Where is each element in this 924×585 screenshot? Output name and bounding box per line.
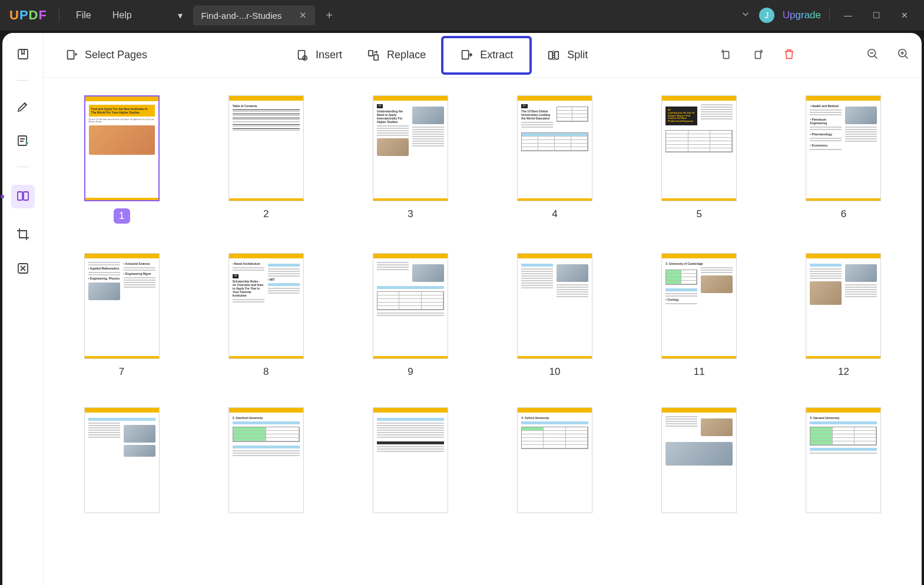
page2-title: Table of Contents (233, 104, 300, 108)
page-thumbnail[interactable] (67, 407, 176, 513)
delete-icon[interactable] (783, 48, 796, 63)
page-thumbnail[interactable]: 4. Oxford University (501, 407, 610, 513)
page-number: 8 (263, 366, 269, 378)
thumb-4: 02 The 10 Best Global Universities Leadi… (517, 95, 592, 201)
tab-dropdown-icon[interactable]: ▾ (172, 7, 188, 24)
toolbar-right (719, 48, 910, 63)
avatar[interactable]: J (759, 8, 774, 23)
split-label: Split (567, 49, 588, 61)
page-thumbnail[interactable]: • Applied Mathematics• Engineering, Phys… (67, 253, 176, 378)
page-thumbnail[interactable]: 10 (501, 253, 610, 378)
thumb-14: 3. Stanford University (228, 407, 304, 513)
page-thumbnail[interactable]: 03Looking Into the Top 10 Subject Majors… (645, 95, 754, 224)
insert-label: Insert (316, 49, 342, 61)
workspace: Select Pages Insert Replace Extract Spli… (0, 31, 924, 585)
svg-rect-14 (755, 51, 760, 58)
close-icon[interactable]: ✕ (299, 10, 307, 21)
svg-rect-13 (723, 51, 728, 58)
tab-title: Find-and-...r-Studies (201, 11, 282, 21)
page1-sub: Discover The Best Educational Institute … (89, 119, 155, 123)
page-number: 11 (694, 366, 705, 378)
thumb-11: 2. University of Cambridge • Zoology (661, 253, 737, 359)
zoom-in-icon[interactable] (897, 48, 910, 63)
svg-rect-1 (18, 136, 27, 145)
page-thumbnail[interactable]: 01 Understanding the Need to Apply Inter… (356, 95, 465, 224)
extract-label: Extract (480, 49, 513, 61)
new-tab-button[interactable]: + (320, 9, 339, 22)
watermark-icon[interactable] (15, 260, 31, 277)
organize-pages-icon[interactable] (11, 185, 35, 208)
page-thumbnail[interactable]: Find and Apply For the Best Institutes I… (67, 95, 176, 224)
page-number: 10 (549, 366, 561, 378)
page-thumbnail[interactable]: • Naval Architecture04Scholarship Rules … (211, 253, 320, 378)
rotate-right-icon[interactable] (751, 48, 765, 63)
insert-button[interactable]: Insert (286, 43, 352, 68)
page-thumbnail[interactable]: Table of Contents 2 (211, 95, 320, 224)
document-tab[interactable]: Find-and-...r-Studies ✕ (193, 5, 316, 25)
rotate-left-icon[interactable] (719, 48, 733, 63)
page-number: 3 (408, 208, 413, 220)
divider (59, 9, 59, 22)
thumb-3: 01 Understanding the Need to Apply Inter… (373, 95, 448, 201)
page-number: 1 (114, 208, 130, 224)
menu-help[interactable]: Help (108, 8, 137, 23)
page-number: 9 (408, 366, 413, 378)
maximize-button[interactable]: ☐ (866, 11, 886, 20)
zoom-out-icon[interactable] (866, 48, 879, 63)
svg-rect-3 (24, 192, 28, 200)
replace-button[interactable]: Replace (357, 43, 435, 68)
page5-title: Looking Into the Top 10 Subject Majors T… (668, 111, 694, 122)
page-number: 12 (838, 366, 849, 378)
titlebar-right: J Upgrade — ☐ ✕ (740, 8, 915, 23)
active-indicator (1, 195, 4, 198)
separator (17, 167, 29, 167)
thumb-15 (373, 407, 448, 513)
page-thumbnail[interactable]: 9 (356, 253, 465, 378)
close-button[interactable]: ✕ (895, 11, 915, 20)
tab-area: ▾ Find-and-...r-Studies ✕ + (172, 5, 339, 25)
thumb-13 (84, 407, 160, 513)
page-thumbnail[interactable]: 3. Stanford University (211, 407, 320, 513)
upgrade-button[interactable]: Upgrade (783, 9, 821, 21)
minimize-button[interactable]: — (838, 11, 858, 20)
page-thumbnail[interactable]: 2. University of Cambridge • Zoology 11 (645, 253, 754, 378)
extract-button[interactable]: Extract (441, 36, 532, 75)
thumb-7: • Applied Mathematics• Engineering, Phys… (84, 253, 160, 359)
divider (829, 9, 830, 22)
pages-grid-container[interactable]: Find and Apply For the Best Institutes I… (44, 78, 922, 585)
thumb-6: • Health and Medical• Petroleum Engineer… (806, 95, 881, 201)
menu-file[interactable]: File (71, 8, 96, 23)
bookmarks-icon[interactable] (15, 46, 31, 62)
svg-rect-12 (555, 51, 558, 59)
page-thumbnail[interactable] (645, 407, 754, 513)
page-thumbnail[interactable]: 02 The 10 Best Global Universities Leadi… (501, 95, 610, 224)
page-thumbnail[interactable] (356, 407, 465, 513)
svg-rect-5 (68, 50, 74, 59)
thumb-5: 03Looking Into the Top 10 Subject Majors… (661, 95, 737, 201)
page-number: 7 (119, 366, 124, 378)
thumb-18: 5. Harvard University (806, 407, 881, 513)
select-pages-button[interactable]: Select Pages (55, 43, 157, 68)
page-thumbnail[interactable]: 12 (789, 253, 898, 378)
page-thumbnail[interactable]: • Health and Medical• Petroleum Engineer… (789, 95, 898, 224)
titlebar: UPDF File Help ▾ Find-and-...r-Studies ✕… (0, 0, 924, 31)
page4-title: The 10 Best Global Universities Leading … (521, 109, 553, 120)
svg-rect-10 (462, 50, 469, 59)
highlight-icon[interactable] (15, 98, 31, 115)
replace-label: Replace (387, 49, 426, 61)
pages-grid: Find and Apply For the Best Institutes I… (67, 95, 898, 513)
thumb-2: Table of Contents (228, 95, 304, 201)
separator (17, 80, 29, 81)
page-number: 4 (552, 208, 557, 220)
split-button[interactable]: Split (538, 43, 597, 68)
svg-rect-2 (18, 192, 22, 200)
main-panel: Select Pages Insert Replace Extract Spli… (44, 33, 922, 585)
chevron-down-icon[interactable] (740, 9, 751, 22)
toolbar: Select Pages Insert Replace Extract Spli… (44, 33, 922, 78)
crop-icon[interactable] (15, 226, 31, 242)
edit-text-icon[interactable] (15, 132, 31, 149)
thumb-17 (661, 407, 737, 513)
sidebar (2, 33, 44, 585)
page1-title: Find and Apply For the Best Institutes I… (89, 105, 155, 117)
page-thumbnail[interactable]: 5. Harvard University (789, 407, 898, 513)
